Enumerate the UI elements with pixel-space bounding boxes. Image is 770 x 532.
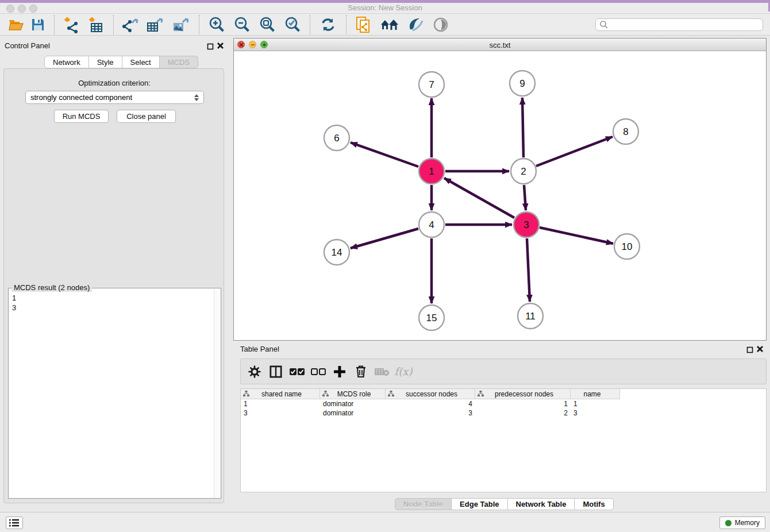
add-column-icon[interactable] <box>332 363 348 380</box>
network-window-title: scc.txt <box>234 41 766 49</box>
graph-node-label: 15 <box>426 313 437 323</box>
edge-2-8[interactable] <box>536 137 613 166</box>
toolbar-separator <box>199 15 199 34</box>
apply-layout-icon[interactable] <box>315 16 341 33</box>
export-image-icon[interactable] <box>168 16 194 33</box>
delete-row-icon[interactable] <box>353 363 369 380</box>
edge-3-1[interactable] <box>444 178 514 218</box>
table-cell[interactable]: 1 <box>475 399 571 408</box>
mcds-result-legend: MCDS result (2 nodes) <box>11 283 92 292</box>
edge-3-10[interactable] <box>540 228 613 244</box>
gear-icon[interactable] <box>247 363 263 380</box>
save-session-icon[interactable] <box>26 16 49 33</box>
float-panel-icon[interactable] <box>207 42 215 50</box>
select-all-icon[interactable] <box>289 363 305 380</box>
graph-node-label: 10 <box>622 241 633 252</box>
table-cell[interactable]: 3 <box>386 408 475 418</box>
application-window: Session: New Session <box>0 0 770 532</box>
table-cell[interactable]: 4 <box>386 399 475 408</box>
table-row[interactable]: 3dominator323 <box>241 408 766 418</box>
tab-node-table[interactable]: Node Table <box>395 498 452 510</box>
delete-column-icon[interactable] <box>374 363 390 380</box>
import-network-icon[interactable] <box>59 16 83 33</box>
search-field[interactable] <box>595 18 763 31</box>
graph-node-label: 7 <box>429 79 434 90</box>
toolbar-separator <box>310 15 310 34</box>
desktop-edge <box>0 0 770 3</box>
graph-node-label: 8 <box>623 126 628 137</box>
table-cell[interactable]: 1 <box>241 399 320 408</box>
result-scrollbar[interactable] <box>214 289 220 498</box>
mcds-result-text: 1 3 <box>12 293 16 313</box>
zoom-selected-icon[interactable] <box>280 16 305 33</box>
task-history-button[interactable] <box>6 516 23 529</box>
node-table: shared name MCDS role successor nodes pr… <box>240 388 767 492</box>
zoom-fit-icon[interactable] <box>255 16 280 33</box>
network-window-titlebar[interactable]: scc.txt <box>234 38 766 51</box>
column-layout-icon[interactable] <box>268 363 284 380</box>
table-row[interactable]: 1dominator411 <box>241 399 766 408</box>
duplicate-network-icon[interactable] <box>351 16 376 33</box>
function-builder-icon[interactable]: f(x) <box>395 363 411 380</box>
column-header-mcds-role[interactable]: MCDS role <box>320 389 386 399</box>
table-cell[interactable]: dominator <box>320 399 386 408</box>
table-cell[interactable]: dominator <box>320 408 386 418</box>
column-header-shared-name[interactable]: shared name <box>241 389 320 399</box>
first-neighbors-icon[interactable] <box>376 16 403 33</box>
export-network-icon[interactable] <box>118 16 143 33</box>
tab-mcds[interactable]: MCDS <box>160 56 198 68</box>
table-panel-tabs: Node Table Edge Table Network Table Moti… <box>395 498 614 510</box>
table-cell[interactable]: 1 <box>571 399 620 408</box>
optimization-criterion-label: Optimization criterion: <box>0 79 229 87</box>
float-table-panel-icon[interactable] <box>746 345 754 353</box>
tab-network-table[interactable]: Network Table <box>508 498 575 510</box>
column-header-successor-nodes[interactable]: successor nodes <box>386 389 475 399</box>
zoom-in-icon[interactable] <box>204 16 229 33</box>
style-brush-icon[interactable] <box>403 16 428 33</box>
select-stepper-icon <box>194 94 199 101</box>
edge-4-14[interactable] <box>351 229 418 248</box>
graphics-details-icon[interactable] <box>428 16 453 33</box>
table-cell[interactable]: 3 <box>571 408 620 418</box>
graph-node-label: 6 <box>334 133 339 144</box>
run-mcds-button[interactable]: Run MCDS <box>54 110 109 123</box>
edge-2-9[interactable] <box>522 98 523 157</box>
mcds-result-box[interactable]: MCDS result (2 nodes) 1 3 <box>8 288 221 499</box>
toolbar-separator <box>54 15 55 34</box>
column-header-predecessor-nodes[interactable]: predecessor nodes <box>475 389 571 399</box>
close-table-panel-icon[interactable] <box>756 345 764 353</box>
graph-node-label: 3 <box>523 219 529 230</box>
edge-3-11[interactable] <box>527 238 530 302</box>
network-canvas[interactable]: 1234678910111415 <box>234 51 766 340</box>
tab-select[interactable]: Select <box>122 56 160 68</box>
graph-node-label: 14 <box>332 247 342 258</box>
deselect-all-icon[interactable] <box>310 363 326 380</box>
tab-motifs[interactable]: Motifs <box>575 498 613 510</box>
main-toolbar <box>0 14 770 36</box>
zoom-out-icon[interactable] <box>229 16 255 33</box>
toolbar-separator <box>113 15 114 34</box>
export-table-icon[interactable] <box>143 16 168 33</box>
open-session-icon[interactable] <box>6 16 26 33</box>
tab-edge-table[interactable]: Edge Table <box>452 498 507 510</box>
column-header-name[interactable]: name <box>571 389 620 399</box>
table-cell[interactable]: 2 <box>475 408 571 418</box>
import-table-icon[interactable] <box>83 16 109 33</box>
graph-node-label: 9 <box>519 78 525 89</box>
network-view-window: scc.txt 1234678910111415 <box>233 38 767 341</box>
tab-style[interactable]: Style <box>89 56 122 68</box>
close-panel-button[interactable]: Close panel <box>117 110 176 123</box>
edge-2-3[interactable] <box>524 185 526 210</box>
graph-node-label: 2 <box>521 166 526 177</box>
edge-1-6[interactable] <box>351 142 418 167</box>
memory-button[interactable]: Memory <box>719 516 765 529</box>
selected-option: strongly connected component <box>30 93 194 102</box>
table-panel-title: Table Panel <box>240 345 279 353</box>
tab-network[interactable]: Network <box>44 56 89 68</box>
network-graph[interactable]: 1234678910111415 <box>234 51 766 340</box>
optimization-criterion-select[interactable]: strongly connected component <box>25 91 204 104</box>
table-cell[interactable]: 3 <box>241 408 320 418</box>
control-panel-tabs: Network Style Select MCDS <box>44 56 198 68</box>
close-panel-icon[interactable] <box>217 41 225 49</box>
search-input[interactable] <box>609 20 763 30</box>
